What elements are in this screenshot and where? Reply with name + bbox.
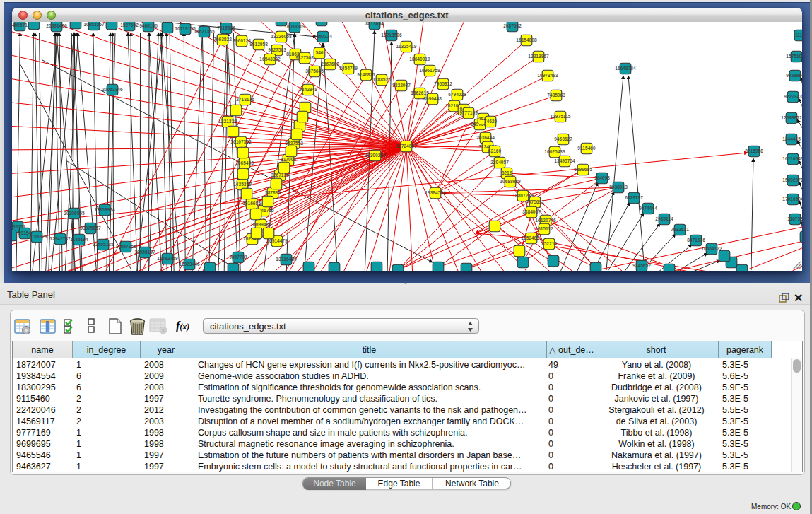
svg-text:9466160: 9466160 [139,23,158,28]
svg-text:12213967: 12213967 [528,54,549,59]
svg-text:10688639: 10688639 [500,179,521,184]
svg-text:16671355: 16671355 [194,29,215,34]
svg-text:9329966: 9329966 [786,73,802,78]
svg-text:6794028: 6794028 [448,92,466,97]
svg-text:20691406: 20691406 [46,23,67,28]
svg-text:9474444: 9474444 [639,206,657,211]
svg-text:8427552: 8427552 [285,141,303,146]
svg-text:18640910: 18640910 [409,57,430,62]
svg-text:93975857: 93975857 [80,226,101,230]
svg-text:16543382: 16543382 [259,57,281,62]
svg-text:8813054: 8813054 [365,22,384,26]
svg-text:13226058: 13226058 [271,34,292,39]
svg-text:9115460: 9115460 [577,146,596,151]
svg-text:19384554: 19384554 [425,190,446,195]
svg-text:6899695: 6899695 [574,167,592,172]
svg-text:12975115: 12975115 [551,114,571,119]
svg-text:2367608: 2367608 [321,62,339,66]
svg-text:12156829: 12156829 [26,234,47,239]
svg-text:16154808: 16154808 [516,37,537,42]
svg-text:8322037: 8322037 [392,83,411,88]
svg-text:3884067: 3884067 [522,209,541,214]
svg-text:9777169: 9777169 [459,110,478,115]
svg-text:8912958: 8912958 [249,42,268,47]
svg-text:17016504: 17016504 [782,197,802,201]
svg-text:8215958: 8215958 [745,148,763,153]
svg-text:1244415: 1244415 [782,136,801,141]
svg-text:10958107: 10958107 [134,250,155,255]
svg-text:16033809: 16033809 [284,24,305,29]
svg-text:16120746: 16120746 [535,218,556,223]
svg-text:14055714: 14055714 [12,23,30,28]
svg-text:74620: 74620 [484,119,498,124]
svg-text:7485063: 7485063 [547,93,565,98]
svg-text:12942737: 12942737 [49,236,71,241]
svg-text:8938913: 8938913 [609,185,628,189]
svg-text:2935114: 2935114 [655,216,673,221]
svg-text:12505135: 12505135 [93,242,114,247]
svg-text:1615112: 1615112 [535,226,553,231]
svg-text:18300295: 18300295 [365,153,386,158]
svg-text:16961758: 16961758 [419,68,440,73]
svg-text:116753: 116753 [787,216,802,221]
svg-text:9146821: 9146821 [357,72,375,77]
svg-text:252214: 252214 [541,241,557,246]
svg-text:16914479: 16914479 [266,238,288,243]
svg-text:8990448: 8990448 [423,96,442,101]
svg-text:62160: 62160 [488,148,502,153]
svg-text:12923446: 12923446 [179,262,200,267]
svg-text:9242848: 9242848 [299,87,317,92]
svg-text:9327503: 9327503 [268,47,286,52]
svg-text:1362615: 1362615 [411,90,429,95]
svg-text:20206555: 20206555 [64,211,85,216]
svg-text:9857791: 9857791 [229,255,247,259]
svg-text:10654122: 10654122 [701,246,722,251]
svg-text:1112: 1112 [795,33,802,37]
svg-text:3875645: 3875645 [305,69,324,74]
svg-text:16782759: 16782759 [157,256,178,261]
svg-text:10025433: 10025433 [544,149,565,154]
svg-text:19218506: 19218506 [381,33,402,37]
svg-text:9327508: 9327508 [295,55,314,60]
svg-text:10973493: 10973493 [537,73,558,78]
svg-text:817004: 817004 [281,157,296,162]
svg-text:16107552: 16107552 [230,139,252,144]
svg-text:2087682: 2087682 [503,23,522,28]
svg-text:7955812: 7955812 [434,81,452,86]
svg-text:7632621: 7632621 [671,227,689,232]
svg-text:16210643: 16210643 [782,156,802,161]
svg-text:10719155: 10719155 [175,26,196,31]
svg-text:17359924: 17359924 [94,207,115,212]
svg-text:8216: 8216 [502,170,512,175]
svg-text:7975692: 7975692 [526,199,544,204]
svg-text:1388520: 1388520 [372,77,391,82]
svg-text:2204057: 2204057 [490,160,509,165]
svg-text:3267130: 3267130 [271,173,289,177]
svg-text:16648784: 16648784 [615,66,636,71]
svg-text:2718176: 2718176 [236,97,254,102]
svg-text:12093872: 12093872 [781,115,802,120]
svg-text:587835: 587835 [265,190,281,195]
svg-text:9227343: 9227343 [784,94,802,99]
svg-text:8960124: 8960124 [233,38,251,43]
svg-text:7515526: 7515526 [217,25,235,30]
svg-text:18724007: 18724007 [396,144,417,148]
svg-text:1145194: 1145194 [70,237,88,242]
svg-text:13716485: 13716485 [276,257,297,262]
svg-text:1916685: 1916685 [242,201,261,206]
svg-text:17957255: 17957255 [115,244,136,249]
svg-text:7663822: 7663822 [213,37,232,42]
svg-text:8454749: 8454749 [339,66,358,71]
svg-text:546: 546 [315,50,323,55]
svg-text:6879197: 6879197 [625,195,643,200]
svg-text:15692971: 15692971 [782,177,802,182]
svg-text:8471676: 8471676 [687,238,705,243]
svg-text:1435359: 1435359 [233,182,252,187]
svg-text:10653267: 10653267 [83,22,105,27]
svg-text:9245652: 9245652 [632,263,651,268]
svg-text:9463627: 9463627 [554,136,572,141]
svg-text:13495754: 13495754 [554,158,575,163]
svg-text:164093: 164093 [594,175,610,180]
svg-text:11325419: 11325419 [396,44,417,49]
svg-text:16099484: 16099484 [250,222,271,227]
